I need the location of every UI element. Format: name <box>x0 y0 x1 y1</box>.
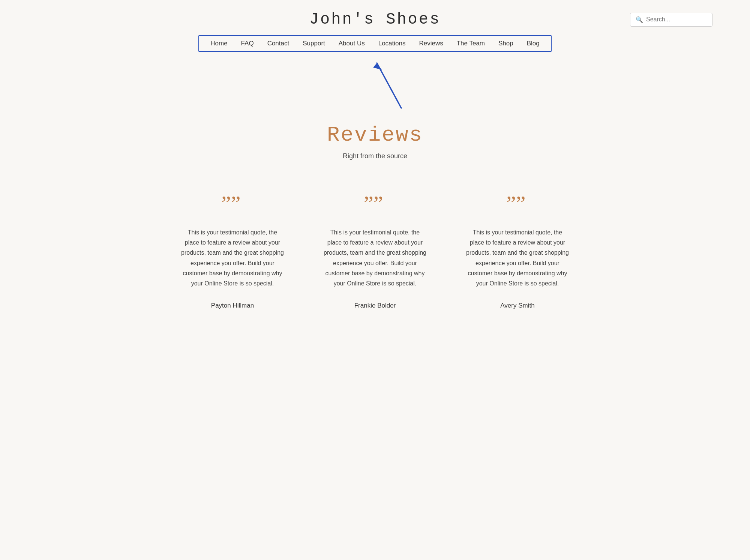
testimonial-text-3: This is your testimonial quote, the plac… <box>465 227 570 288</box>
testimonial-card-1: ”” This is your testimonial quote, the p… <box>161 186 304 317</box>
nav-item-about[interactable]: About Us <box>339 40 365 47</box>
testimonial-author-3: Avery Smith <box>500 302 534 309</box>
svg-marker-1 <box>373 63 382 70</box>
quote-icon-2: ”” <box>364 194 386 216</box>
nav-item-locations[interactable]: Locations <box>378 40 406 47</box>
site-title: John's Shoes <box>309 11 441 29</box>
reviews-subtitle: Right from the source <box>15 152 735 160</box>
testimonial-text-1: This is your testimonial quote, the plac… <box>180 227 285 288</box>
header: John's Shoes 🔍 <box>0 0 750 35</box>
search-box[interactable]: 🔍 <box>630 13 712 27</box>
nav-item-home[interactable]: Home <box>210 40 227 47</box>
reviews-section: Reviews Right from the source <box>0 116 750 186</box>
reviews-title: Reviews <box>15 123 735 147</box>
testimonial-card-3: ”” This is your testimonial quote, the p… <box>446 186 589 317</box>
svg-text:””: ”” <box>506 194 526 213</box>
quote-icon-1: ”” <box>221 194 244 216</box>
nav-item-faq[interactable]: FAQ <box>241 40 254 47</box>
quote-icon-3: ”” <box>506 194 529 216</box>
nav-item-reviews[interactable]: Reviews <box>419 40 443 47</box>
svg-text:””: ”” <box>221 194 241 213</box>
arrow-annotation <box>0 56 750 116</box>
search-icon: 🔍 <box>636 16 643 23</box>
navigation: Home FAQ Contact Support About Us Locati… <box>0 35 750 56</box>
nav-item-support[interactable]: Support <box>303 40 325 47</box>
testimonial-author-2: Frankie Bolder <box>354 302 396 309</box>
nav-item-team[interactable]: The Team <box>457 40 485 47</box>
nav-bar: Home FAQ Contact Support About Us Locati… <box>198 35 552 52</box>
testimonial-card-2: ”” This is your testimonial quote, the p… <box>304 186 446 317</box>
testimonials-grid: ”” This is your testimonial quote, the p… <box>112 186 638 317</box>
nav-item-shop[interactable]: Shop <box>498 40 513 47</box>
svg-line-0 <box>377 63 401 108</box>
search-input[interactable] <box>646 16 707 23</box>
testimonial-text-2: This is your testimonial quote, the plac… <box>322 227 428 288</box>
annotation-arrow <box>371 56 416 112</box>
nav-item-contact[interactable]: Contact <box>267 40 290 47</box>
nav-item-blog[interactable]: Blog <box>527 40 540 47</box>
svg-text:””: ”” <box>364 194 383 213</box>
testimonial-author-1: Payton Hillman <box>211 302 254 309</box>
